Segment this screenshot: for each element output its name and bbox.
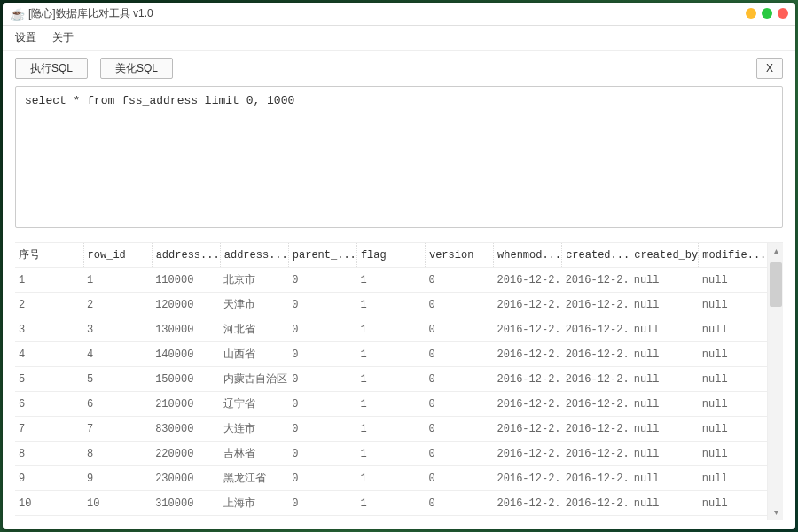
column-header[interactable]: whenmod... <box>494 243 562 268</box>
table-row[interactable]: 11110000北京市0102016-12-2...2016-12-2...nu… <box>15 268 767 293</box>
table-cell: 0 <box>425 342 493 367</box>
table-cell: 3 <box>83 317 152 342</box>
table-cell: null <box>630 442 699 466</box>
results-area: 序号row_idaddress...address...parent_...fl… <box>15 242 783 520</box>
table-cell: 2016-12-2... <box>494 367 562 392</box>
table-cell: 1 <box>356 516 425 521</box>
table-cell: 0 <box>288 466 356 491</box>
execute-sql-button[interactable]: 执行SQL <box>15 58 88 79</box>
table-cell: 1 <box>356 268 425 293</box>
column-header[interactable]: address... <box>152 243 220 268</box>
table-cell: 河北省 <box>220 317 288 342</box>
table-cell: 1 <box>356 442 425 466</box>
table-cell: 11 <box>83 516 152 521</box>
table-cell: null <box>630 516 699 521</box>
table-cell: 1 <box>15 268 83 293</box>
table-cell: 2016-12-2... <box>562 516 630 521</box>
column-header[interactable]: modifie... <box>699 243 767 268</box>
close-button[interactable] <box>778 8 788 19</box>
table-cell: 2016-12-2... <box>494 417 562 442</box>
table-row[interactable]: 33130000河北省0102016-12-2...2016-12-2...nu… <box>15 317 767 342</box>
table-cell: 0 <box>425 367 493 392</box>
table-row[interactable]: 22120000天津市0102016-12-2...2016-12-2...nu… <box>15 293 767 317</box>
table-row[interactable]: 88220000吉林省0102016-12-2...2016-12-2...nu… <box>15 442 767 466</box>
column-header[interactable]: parent_... <box>288 243 356 268</box>
table-cell: null <box>699 466 767 491</box>
column-header[interactable]: version <box>425 243 493 268</box>
table-cell: 2016-12-2... <box>494 491 562 516</box>
table-cell: 5 <box>83 367 152 392</box>
table-cell: null <box>630 342 699 367</box>
table-cell: null <box>699 367 767 392</box>
table-row[interactable]: 1010310000上海市0102016-12-2...2016-12-2...… <box>15 491 767 516</box>
table-cell: 0 <box>288 392 356 417</box>
table-cell: 320000 <box>152 516 220 521</box>
table-cell: 0 <box>425 268 493 293</box>
table-cell: 大连市 <box>220 417 288 442</box>
table-cell: 9 <box>15 466 83 491</box>
table-cell: null <box>630 392 699 417</box>
table-cell: 江苏省 <box>220 516 288 521</box>
table-cell: 2016-12-2... <box>494 466 562 491</box>
menu-about[interactable]: 关于 <box>52 30 74 45</box>
table-cell: null <box>630 491 699 516</box>
table-cell: 0 <box>425 466 493 491</box>
table-cell: 0 <box>425 293 493 317</box>
table-cell: 山西省 <box>220 342 288 367</box>
table-cell: 0 <box>288 293 356 317</box>
maximize-button[interactable] <box>762 8 772 19</box>
scroll-down-icon[interactable]: ▾ <box>768 505 783 520</box>
column-header[interactable]: address... <box>220 243 288 268</box>
column-header[interactable]: created... <box>562 243 630 268</box>
table-cell: 0 <box>288 516 356 521</box>
menu-bar: 设置 关于 <box>3 26 795 51</box>
table-cell: null <box>699 491 767 516</box>
table-row[interactable]: 99230000黑龙江省0102016-12-2...2016-12-2...n… <box>15 466 767 491</box>
table-cell: 2016-12-2... <box>562 317 630 342</box>
table-cell: 内蒙古自治区 <box>220 367 288 392</box>
table-cell: 0 <box>425 392 493 417</box>
window-title: [隐心]数据库比对工具 v1.0 <box>28 6 153 21</box>
menu-settings[interactable]: 设置 <box>15 30 36 45</box>
minimize-button[interactable] <box>746 8 756 19</box>
table-cell: 120000 <box>152 293 220 317</box>
table-cell: 6 <box>15 392 83 417</box>
results-table-scroll[interactable]: 序号row_idaddress...address...parent_...fl… <box>15 243 767 520</box>
table-cell: 1 <box>356 367 425 392</box>
beautify-sql-button[interactable]: 美化SQL <box>100 58 173 79</box>
column-header[interactable]: row_id <box>83 243 152 268</box>
table-row[interactable]: 44140000山西省0102016-12-2...2016-12-2...nu… <box>15 342 767 367</box>
table-row[interactable]: 1111320000江苏省0102016-12-2...2016-12-2...… <box>15 516 767 521</box>
column-header[interactable]: flag <box>356 243 425 268</box>
table-cell: 黑龙江省 <box>220 466 288 491</box>
table-cell: 2016-12-2... <box>494 293 562 317</box>
vertical-scrollbar[interactable]: ▴ ▾ <box>767 243 783 520</box>
x-button[interactable]: X <box>756 58 783 79</box>
column-header[interactable]: created_by <box>630 243 699 268</box>
column-header[interactable]: 序号 <box>15 243 83 268</box>
table-row[interactable]: 55150000内蒙古自治区0102016-12-2...2016-12-2..… <box>15 367 767 392</box>
table-cell: 0 <box>288 342 356 367</box>
toolbar: 执行SQL 美化SQL X <box>3 51 795 86</box>
sql-editor[interactable]: select * from fss_address limit 0, 1000 <box>15 86 783 228</box>
window-controls <box>746 8 788 19</box>
table-cell: 1 <box>356 293 425 317</box>
table-cell: null <box>699 293 767 317</box>
table-cell: 140000 <box>152 342 220 367</box>
scroll-up-icon[interactable]: ▴ <box>768 243 783 259</box>
table-cell: 0 <box>425 442 493 466</box>
table-cell: 0 <box>425 417 493 442</box>
table-cell: 150000 <box>152 367 220 392</box>
table-cell: 1 <box>356 466 425 491</box>
table-row[interactable]: 66210000辽宁省0102016-12-2...2016-12-2...nu… <box>15 392 767 417</box>
table-cell: 0 <box>425 516 493 521</box>
table-cell: 9 <box>83 466 152 491</box>
table-cell: 220000 <box>152 442 220 466</box>
table-cell: 6 <box>83 392 152 417</box>
table-cell: 2016-12-2... <box>494 342 562 367</box>
table-cell: 210000 <box>152 392 220 417</box>
table-row[interactable]: 77830000大连市0102016-12-2...2016-12-2...nu… <box>15 417 767 442</box>
table-cell: null <box>630 417 699 442</box>
table-cell: 4 <box>83 342 152 367</box>
scroll-thumb[interactable] <box>770 262 782 307</box>
